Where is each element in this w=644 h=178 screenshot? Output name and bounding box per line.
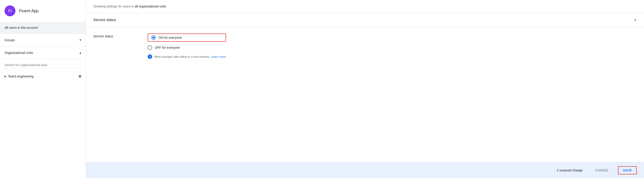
info-text: Most changes take effect in a few minute…: [154, 55, 226, 58]
off-radio-label: OFF for everyone: [155, 46, 180, 49]
service-status-label: Service status: [93, 34, 120, 38]
off-for-everyone-option[interactable]: OFF for everyone: [148, 45, 226, 50]
sidebar-org-units-section: Organizational Units ▴ ▶ fluent.engineer…: [0, 46, 86, 81]
app-title: Fluent App: [19, 8, 38, 13]
sidebar-item-all-users[interactable]: All users in this account: [0, 22, 86, 34]
info-icon: i: [148, 54, 152, 59]
save-button[interactable]: SAVE: [618, 166, 637, 174]
sidebar-org-units-header[interactable]: Organizational Units ▴: [0, 46, 86, 59]
search-input[interactable]: [4, 62, 81, 68]
sidebar-groups-header[interactable]: Groups ▾: [0, 34, 86, 46]
sidebar: FI Fluent App All users in this account …: [0, 0, 86, 178]
sidebar-org-units-label: Organizational Units: [4, 51, 33, 54]
learn-more-link[interactable]: Learn more: [211, 55, 226, 58]
radio-options: ON for everyone OFF for everyone i Most …: [148, 34, 226, 59]
section-title-row: Service status ∧: [86, 13, 644, 27]
collapse-icon[interactable]: ∧: [634, 18, 637, 22]
service-status-section: Service status ∧ Service status ON for e…: [86, 13, 644, 162]
cancel-button[interactable]: CANCEL: [592, 167, 612, 174]
org-unit-name: fluent.engineering: [8, 74, 77, 78]
sidebar-groups-label: Groups: [4, 38, 15, 42]
main-header: Showing settings for users in all organi…: [86, 0, 644, 13]
org-unit-status-dot: [78, 75, 81, 78]
service-status-content: Service status ON for everyone OFF for e…: [86, 27, 644, 65]
sidebar-groups-section: Groups ▾: [0, 34, 86, 46]
on-radio-label: ON for everyone: [158, 36, 182, 40]
main-content: Showing settings for users in all organi…: [86, 0, 644, 178]
on-for-everyone-option[interactable]: ON for everyone: [148, 34, 226, 42]
arrow-right-icon: ▶: [4, 75, 6, 78]
chevron-up-icon: ▴: [80, 50, 81, 55]
info-row: i Most changes take effect in a few minu…: [148, 54, 226, 59]
header-prefix: Showing settings for users in: [93, 4, 135, 8]
avatar: FI: [4, 6, 16, 16]
footer-bar: 1 unsaved change CANCEL SAVE: [86, 162, 644, 178]
header-bold: all organizational units: [135, 4, 166, 8]
chevron-down-icon: ▾: [80, 38, 81, 42]
section-title: Service status: [93, 18, 116, 22]
list-item[interactable]: ▶ fluent.engineering: [0, 71, 86, 81]
off-radio-button[interactable]: [148, 45, 152, 50]
sidebar-header: FI Fluent App: [0, 0, 86, 22]
on-radio-button[interactable]: [151, 35, 156, 40]
unsaved-change-text: 1 unsaved change: [93, 168, 583, 172]
search-box: [0, 59, 86, 71]
